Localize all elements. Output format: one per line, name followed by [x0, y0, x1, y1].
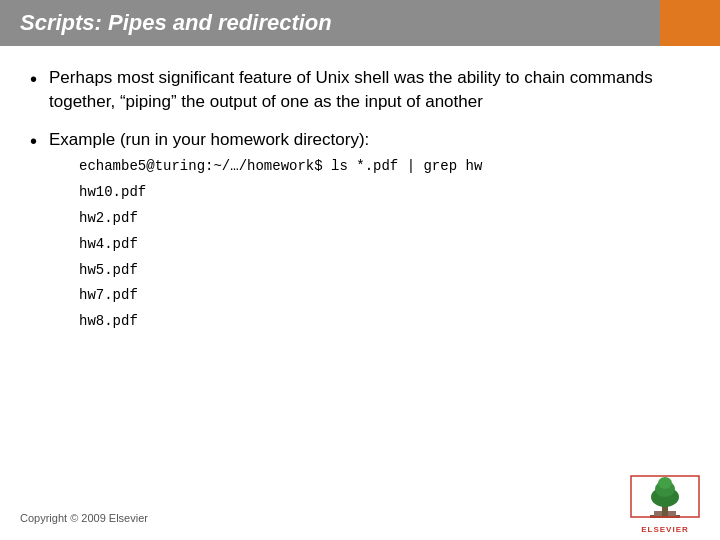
title-accent: [660, 0, 720, 46]
code-line-2: hw2.pdf: [79, 207, 690, 231]
copyright-text: Copyright © 2009 Elsevier: [20, 512, 148, 524]
code-line-1: hw10.pdf: [79, 181, 690, 205]
elsevier-tree-svg: [630, 475, 700, 519]
code-line-4: hw5.pdf: [79, 259, 690, 283]
bullet-item-2: Example (run in your homework directory)…: [30, 128, 690, 336]
svg-rect-6: [668, 511, 676, 516]
slide-title: Scripts: Pipes and redirection: [20, 10, 332, 36]
svg-point-4: [658, 477, 672, 489]
bullet-list: Perhaps most significant feature of Unix…: [30, 66, 690, 336]
elsevier-logo: ELSEVIER: [630, 475, 700, 530]
elsevier-label-text: ELSEVIER: [630, 525, 700, 534]
title-bar: Scripts: Pipes and redirection: [0, 0, 720, 46]
slide: Scripts: Pipes and redirection Perhaps m…: [0, 0, 720, 540]
bullet-text-2: Example (run in your homework directory)…: [49, 128, 690, 336]
svg-rect-5: [654, 511, 662, 516]
footer: Copyright © 2009 Elsevier: [20, 512, 148, 524]
slide-content: Perhaps most significant feature of Unix…: [0, 46, 720, 370]
code-block: echambe5@turing:~/…/homework$ ls *.pdf |…: [79, 155, 690, 334]
code-line-3: hw4.pdf: [79, 233, 690, 257]
elsevier-logo-inner: ELSEVIER: [630, 475, 700, 530]
code-line-5: hw7.pdf: [79, 284, 690, 308]
code-line-6: hw8.pdf: [79, 310, 690, 334]
code-line-0: echambe5@turing:~/…/homework$ ls *.pdf |…: [79, 155, 690, 179]
bullet-item-1: Perhaps most significant feature of Unix…: [30, 66, 690, 114]
bullet-text-1: Perhaps most significant feature of Unix…: [49, 66, 690, 114]
